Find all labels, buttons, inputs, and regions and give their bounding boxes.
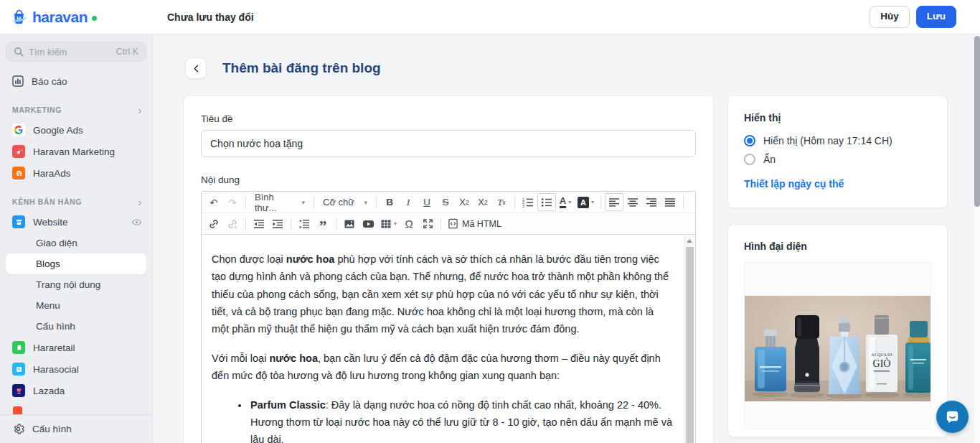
sidebar-item-haraads[interactable]: HaraAds [0,162,152,184]
search-box[interactable]: Ctrl K [6,42,146,62]
link-button[interactable] [204,215,223,233]
align-center-button[interactable] [623,193,642,211]
format-dropdown-label: Bình thư... [255,192,294,213]
text-color-button[interactable]: A ▾ [556,193,575,211]
scrollbar-thumb[interactable] [686,247,694,443]
radio-unselected-icon[interactable] [744,154,755,165]
clear-formatting-button[interactable]: Tx [492,193,511,211]
cancel-button[interactable]: Hủy [870,6,910,27]
sidebar-item-label: Haravan Marketing [33,146,115,157]
sub-base: X [459,197,466,207]
rich-text-editor: ↶ ↷ Bình thư... ▾ Cỡ chữ ▾ B I U S X2 X2 [201,191,696,443]
image-button[interactable] [340,215,359,233]
indent-button[interactable] [268,215,287,233]
featured-image-box[interactable]: ACQUA DI GIÒ [744,262,931,429]
eye-icon[interactable] [131,217,142,228]
toolbar-separator [314,196,314,209]
sidebar-item-label: Cấu hình [32,424,72,434]
editor-content-area[interactable]: Chọn được loại nước hoa phù hợp với tính… [202,236,695,443]
align-right-button[interactable] [642,193,661,211]
subscript-button[interactable]: X2 [455,193,473,211]
ordered-list-icon: 123 [522,197,534,208]
italic-glyph: I [407,197,410,208]
superscript-button[interactable]: X2 [473,193,492,211]
editor-toolbar-row1: ↶ ↷ Bình thư... ▾ Cỡ chữ ▾ B I U S X2 X2 [202,192,695,213]
back-button[interactable] [185,57,207,79]
table-button[interactable]: ▾ [377,215,400,233]
bold-button[interactable]: B [380,193,399,211]
page-scrollbar[interactable] [973,34,980,443]
sidebar-section-marketing[interactable]: MARKETING › [0,101,152,119]
align-justify-icon [664,197,676,208]
special-char-button[interactable]: Ω [400,215,418,233]
sidebar-item-google-ads[interactable]: Google Ads [0,119,152,141]
haraads-icon [12,167,25,179]
blockquote-button[interactable]: ” [314,215,332,233]
sidebar-item-lazada[interactable]: Lazada [0,380,152,401]
sidebar-subitem-cau-hinh[interactable]: Cấu hình [0,316,152,337]
outdent-button[interactable] [250,215,268,233]
text-color-icon: A [560,196,566,208]
image-icon [344,218,355,230]
sidebar-item-harasocial[interactable]: Harasocial [0,358,152,380]
undo-button[interactable]: ↶ [204,193,223,211]
code-file-icon [448,218,458,229]
search-shortcut: Ctrl K [116,47,138,57]
font-size-dropdown[interactable]: Cỡ chữ ▾ [318,193,372,211]
video-button[interactable] [359,215,377,233]
editor-scrollbar[interactable] [684,236,694,443]
subitem-label: Blogs [36,258,60,269]
chat-bubble-icon [944,409,961,425]
radio-visible[interactable]: Hiển thị (Hôm nay 17:14 CH) [744,135,931,146]
page-head: Thêm bài đăng trên blog [185,57,381,79]
sidebar-subitem-trang-noi-dung[interactable]: Trang nội dung [0,274,152,295]
featured-image-title: Hình đại diện [744,241,931,252]
redo-button[interactable]: ↷ [223,193,242,211]
topbar-actions: Hủy Lưu [870,6,980,27]
list-item: Parfum Classic: Đây là dạng nước hoa có … [249,396,674,443]
align-left-button[interactable] [605,193,623,211]
fullscreen-button[interactable] [418,215,437,233]
schedule-date-link[interactable]: Thiết lập ngày cụ thể [744,178,844,190]
ordered-list-button[interactable]: 123 [519,193,537,211]
lazada-icon [12,384,25,397]
clear-base: T [497,197,502,208]
sidebar-item-bao-cao[interactable]: Báo cáo [0,70,152,92]
sidebar-subitem-menu[interactable]: Menu [0,295,152,316]
align-justify-button[interactable] [661,193,679,211]
scroll-up-arrow[interactable] [684,236,694,246]
toolbar-separator [245,196,246,209]
line-height-button[interactable] [295,215,314,233]
sidebar-subitem-blogs-active[interactable]: Blogs [6,253,146,274]
paragraph-format-dropdown[interactable]: Bình thư... ▾ [250,193,310,211]
caret-down-icon: ▾ [568,199,571,205]
html-code-button[interactable]: Mã HTML [445,215,504,233]
sidebar-item-haravan-marketing[interactable]: Haravan Marketing [0,141,152,162]
italic-button[interactable]: I [399,193,418,211]
radio-hidden[interactable]: Ẩn [744,154,931,165]
underline-button[interactable]: U [418,193,436,211]
harasocial-icon [12,363,25,376]
chat-support-button[interactable] [936,401,969,433]
sidebar-item-website[interactable]: Website [0,211,152,233]
svg-text:3: 3 [522,204,524,208]
page-scrollbar-thumb[interactable] [974,36,980,207]
sidebar-section-channels[interactable]: KÊNH BÁN HÀNG › [0,192,152,211]
title-input[interactable] [201,130,696,157]
strikethrough-button[interactable]: S [436,193,455,211]
search-input[interactable] [29,47,108,57]
sidebar-item-hararetail[interactable]: Hararetail [0,337,152,358]
sidebar-item-settings[interactable]: Cấu hình [0,414,152,443]
sidebar-item-label: Báo cáo [32,76,67,87]
featured-image-card: Hình đại diện [727,224,948,437]
logo-wordmark: haravan [32,9,88,26]
right-panel: Hiển thị Hiển thị (Hôm nay 17:14 CH) Ẩn … [727,95,948,437]
background-color-button[interactable]: A ▾ [575,193,597,211]
sidebar-subitem-giao-dien[interactable]: Giao diện [0,233,152,253]
unordered-list-button[interactable] [537,193,556,211]
radio-selected-icon[interactable] [744,135,755,146]
save-button[interactable]: Lưu [916,6,956,27]
unlink-button[interactable] [223,215,242,233]
p2-pre: Với mỗi loại [212,353,269,364]
haravan-logo[interactable]: H haravan [0,9,153,26]
